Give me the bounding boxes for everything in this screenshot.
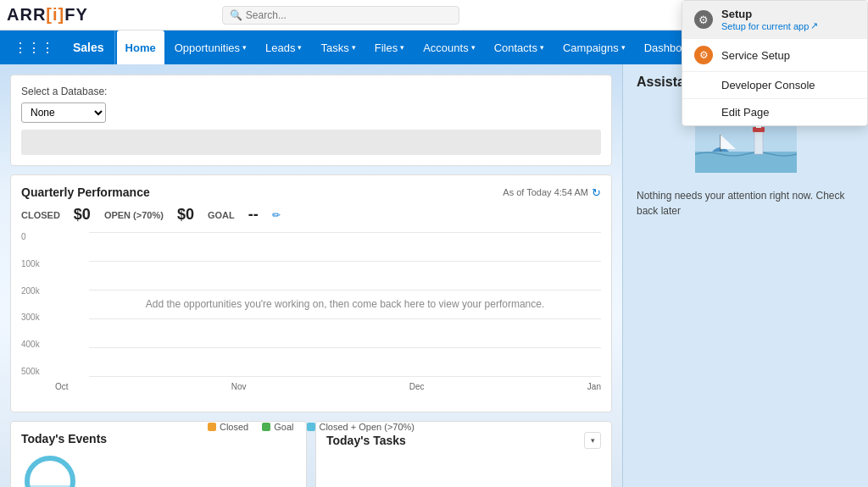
chart-message: Add the opportunities you're working on,… — [146, 298, 545, 310]
search-bar[interactable]: 🔍 — [222, 6, 459, 25]
svg-rect-2 — [754, 130, 763, 154]
nav-item-opportunities[interactable]: Opportunities ▾ — [166, 30, 255, 64]
files-caret: ▾ — [400, 43, 404, 52]
db-placeholder — [21, 130, 601, 155]
quarterly-performance-card: Quarterly Performance As of Today 4:54 A… — [10, 174, 612, 412]
perf-timestamp: As of Today 4:54 AM ↻ — [503, 186, 601, 199]
tasks-caret: ▾ — [352, 43, 356, 52]
tasks-dropdown-button[interactable]: ▾ — [584, 432, 601, 449]
nav-item-contacts-label: Contacts — [494, 42, 537, 54]
logo-highlight: [i] — [46, 5, 64, 24]
nav-item-campaigns[interactable]: Campaigns ▾ — [554, 30, 634, 64]
nav-item-accounts-label: Accounts — [423, 42, 468, 54]
legend-closed-open: Closed + Open (>70%) — [307, 422, 415, 432]
search-input[interactable] — [246, 9, 449, 21]
y-label-0: 0 — [21, 232, 55, 241]
dropdown-item-setup[interactable]: ⚙ Setup Setup for current app ↗ — [682, 1, 867, 38]
legend-goal: Goal — [262, 422, 293, 432]
perf-header: Quarterly Performance As of Today 4:54 A… — [21, 185, 601, 199]
timestamp-text: As of Today 4:54 AM — [503, 187, 588, 197]
nav-item-files[interactable]: Files ▾ — [366, 30, 413, 64]
setup-label: Setup — [721, 8, 855, 20]
db-select-wrap: None — [21, 102, 601, 123]
nav-item-tasks-label: Tasks — [320, 42, 348, 54]
opportunities-caret: ▾ — [242, 43, 247, 52]
developer-console-label: Developer Console — [694, 79, 815, 91]
nav-item-files-label: Files — [375, 42, 398, 54]
db-select[interactable]: None — [21, 102, 106, 123]
service-setup-label: Service Setup — [721, 49, 790, 62]
legend-closed-dot — [208, 423, 216, 431]
dropdown-item-service-setup[interactable]: ⚙ Service Setup — [682, 39, 867, 71]
nav-item-home[interactable]: Home — [117, 30, 164, 64]
legend-goal-label: Goal — [274, 422, 293, 432]
db-selector-card: Select a Database: None — [10, 75, 612, 166]
setup-sub-label: Setup for current app ↗ — [721, 20, 855, 31]
x-label-oct: Oct — [55, 382, 69, 391]
contacts-caret: ▾ — [540, 43, 544, 52]
legend-goal-dot — [262, 423, 270, 431]
open-value: $0 — [177, 206, 194, 224]
db-label: Select a Database: — [21, 86, 601, 97]
chart-legend: Closed Goal Closed + Open (>70%) — [21, 418, 601, 432]
setup-item-content: Setup Setup for current app ↗ — [721, 8, 855, 31]
today-events-title: Today's Events — [21, 432, 107, 445]
gridline-2 — [89, 261, 601, 262]
open-label: OPEN (>70%) — [104, 210, 164, 220]
nav-item-leads[interactable]: Leads ▾ — [257, 30, 310, 64]
nav-item-home-label: Home — [125, 42, 156, 54]
edit-page-label: Edit Page — [694, 106, 769, 119]
legend-closed-open-dot — [307, 423, 315, 431]
assistant-message: Nothing needs your attention right now. … — [623, 181, 868, 225]
chart-area: 500k 400k 300k 200k 100k 0 — [21, 232, 601, 401]
y-label-200k: 200k — [21, 286, 55, 296]
legend-closed-label: Closed — [220, 422, 248, 432]
perf-title: Quarterly Performance — [21, 185, 150, 199]
chart-canvas: Add the opportunities you're working on,… — [89, 232, 601, 376]
dropdown-item-edit-page[interactable]: Edit Page — [682, 99, 867, 125]
app-grid-button[interactable]: ⋮⋮⋮ — [7, 36, 61, 59]
y-label-500k: 500k — [21, 367, 55, 376]
perf-stats: CLOSED $0 OPEN (>70%) $0 GOAL -- ✏ — [21, 206, 601, 224]
gridline-5 — [89, 347, 601, 348]
x-label-jan: Jan — [587, 382, 601, 391]
nav-item-accounts[interactable]: Accounts ▾ — [415, 30, 483, 64]
gridline-3 — [89, 290, 601, 291]
nav-item-opportunities-label: Opportunities — [175, 42, 240, 54]
x-label-dec: Dec — [409, 382, 425, 391]
refresh-button[interactable]: ↻ — [592, 186, 601, 199]
x-label-nov: Nov — [231, 382, 247, 391]
y-label-300k: 300k — [21, 313, 55, 322]
nav-item-campaigns-label: Campaigns — [563, 42, 619, 54]
accounts-caret: ▾ — [471, 43, 476, 52]
legend-closed-open-label: Closed + Open (>70%) — [319, 422, 415, 432]
goal-label: GOAL — [208, 210, 235, 220]
closed-label: CLOSED — [21, 210, 60, 220]
events-circle-graphic — [25, 456, 75, 487]
y-label-400k: 400k — [21, 340, 55, 349]
gridline-6 — [89, 376, 601, 377]
closed-value: $0 — [74, 206, 91, 224]
left-panel: Select a Database: None Quarterly Perfor… — [0, 64, 622, 487]
nav-item-contacts[interactable]: Contacts ▾ — [486, 30, 553, 64]
leads-caret: ▾ — [298, 43, 302, 52]
right-panel: Assistant — [622, 64, 868, 487]
today-events-circle — [21, 452, 296, 487]
today-tasks-title: Today's Tasks — [326, 434, 406, 447]
chart-y-labels: 500k 400k 300k 200k 100k 0 — [21, 232, 55, 376]
logo: ARR[i]FY — [7, 5, 88, 25]
campaigns-caret: ▾ — [621, 43, 626, 52]
today-tasks-header: Today's Tasks ▾ — [326, 432, 601, 449]
goal-value: -- — [248, 206, 259, 224]
service-setup-icon: ⚙ — [694, 46, 713, 64]
nav-item-leads-label: Leads — [265, 42, 295, 54]
dropdown-item-developer-console[interactable]: Developer Console — [682, 72, 867, 98]
setup-external-icon: ↗ — [810, 20, 818, 31]
today-events-header: Today's Events — [21, 432, 296, 445]
main-area: Select a Database: None Quarterly Perfor… — [0, 64, 868, 487]
edit-goal-button[interactable]: ✏ — [272, 209, 281, 221]
nav-item-tasks[interactable]: Tasks ▾ — [312, 30, 364, 64]
dropdown-menu: ⚙ Setup Setup for current app ↗ ⚙ Servic… — [682, 0, 868, 126]
search-icon: 🔍 — [230, 9, 242, 21]
y-label-100k: 100k — [21, 259, 55, 268]
